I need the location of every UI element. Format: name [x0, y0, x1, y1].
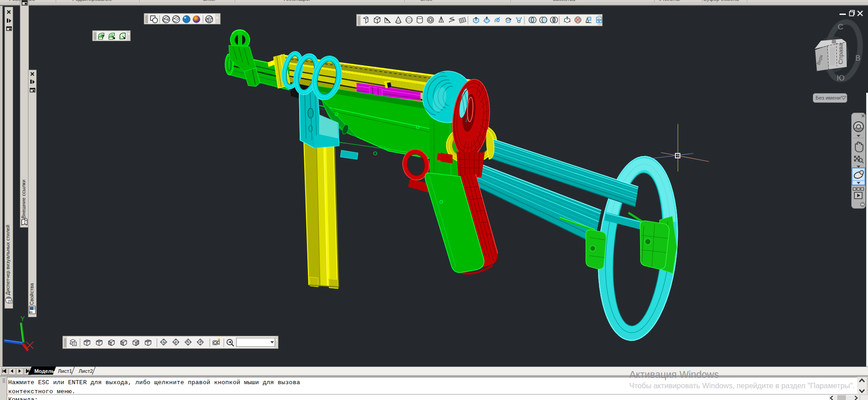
svg-text:Модель: Модель — [34, 368, 55, 374]
svg-text:В: В — [855, 54, 860, 62]
svg-text:x: x — [127, 32, 130, 36]
svg-text:Ю: Ю — [837, 74, 844, 82]
svg-text:x: x — [216, 15, 218, 19]
svg-text:x: x — [598, 16, 600, 20]
svg-text:С: С — [838, 23, 843, 31]
svg-text:x: x — [275, 338, 278, 342]
svg-text:Y: Y — [20, 314, 25, 322]
svg-text:Справа: Справа — [837, 43, 844, 64]
svg-text:Лист2: Лист2 — [79, 368, 93, 374]
svg-text:?: ? — [101, 34, 104, 39]
svg-text:Лист1: Лист1 — [58, 368, 72, 374]
